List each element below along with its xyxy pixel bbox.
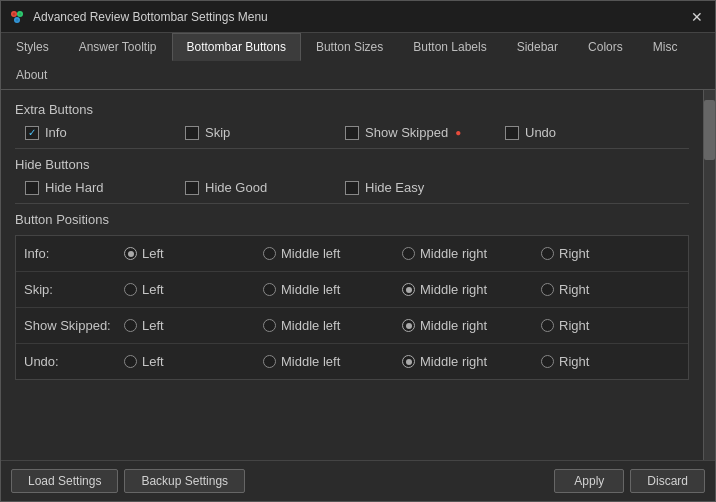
- discard-button[interactable]: Discard: [630, 469, 705, 493]
- main-panel: Extra Buttons Info Skip Show Skipped●: [1, 90, 703, 460]
- radio-skip-middle-left[interactable]: Middle left: [263, 282, 402, 297]
- required-dot: ●: [455, 127, 461, 138]
- window-title: Advanced Review Bottombar Settings Menu: [33, 10, 687, 24]
- extra-buttons-title: Extra Buttons: [15, 102, 689, 117]
- app-icon: [9, 9, 25, 25]
- radio-label-show-skipped-middle-left: Middle left: [281, 318, 340, 333]
- radio-circle-show-skipped-left[interactable]: [124, 319, 137, 332]
- radio-show-skipped-right[interactable]: Right: [541, 318, 680, 333]
- radio-label-skip-middle-left: Middle left: [281, 282, 340, 297]
- checkbox-hide-good[interactable]: Hide Good: [185, 180, 305, 195]
- radio-label-show-skipped-middle-right: Middle right: [420, 318, 487, 333]
- tab-button-labels[interactable]: Button Labels: [398, 33, 501, 61]
- close-button[interactable]: ✕: [687, 7, 707, 27]
- checkbox-show-skipped-label: Show Skipped: [365, 125, 448, 140]
- radio-circle-info-middle-left[interactable]: [263, 247, 276, 260]
- radio-circle-skip-left[interactable]: [124, 283, 137, 296]
- radio-skip-right[interactable]: Right: [541, 282, 680, 297]
- radio-options-undo: Left Middle left Middle right: [124, 354, 680, 369]
- radio-circle-skip-middle-right[interactable]: [402, 283, 415, 296]
- radio-circle-undo-left[interactable]: [124, 355, 137, 368]
- radio-info-middle-left[interactable]: Middle left: [263, 246, 402, 261]
- radio-label-info-right: Right: [559, 246, 589, 261]
- tab-button-sizes[interactable]: Button Sizes: [301, 33, 398, 61]
- checkbox-hide-easy-box[interactable]: [345, 181, 359, 195]
- radio-circle-skip-middle-left[interactable]: [263, 283, 276, 296]
- radio-show-skipped-left[interactable]: Left: [124, 318, 263, 333]
- footer: Load Settings Backup Settings Apply Disc…: [1, 460, 715, 501]
- tab-misc[interactable]: Misc: [638, 33, 693, 61]
- checkbox-undo-box[interactable]: [505, 126, 519, 140]
- radio-info-left[interactable]: Left: [124, 246, 263, 261]
- checkbox-undo[interactable]: Undo: [505, 125, 625, 140]
- scrollbar-thumb[interactable]: [704, 100, 715, 160]
- scrollbar[interactable]: [703, 90, 715, 460]
- radio-label-skip-right: Right: [559, 282, 589, 297]
- checkbox-skip-label: Skip: [205, 125, 230, 140]
- divider-2: [15, 203, 689, 204]
- tab-colors[interactable]: Colors: [573, 33, 638, 61]
- checkbox-skip-box[interactable]: [185, 126, 199, 140]
- radio-circle-show-skipped-right[interactable]: [541, 319, 554, 332]
- hide-buttons-row: Hide Hard Hide Good Hide Easy: [15, 180, 689, 195]
- checkbox-show-skipped[interactable]: Show Skipped●: [345, 125, 465, 140]
- tab-styles[interactable]: Styles: [1, 33, 64, 61]
- checkbox-info-box[interactable]: [25, 126, 39, 140]
- svg-point-5: [16, 18, 19, 21]
- svg-point-3: [13, 12, 16, 15]
- content-area: Extra Buttons Info Skip Show Skipped●: [1, 90, 715, 460]
- radio-skip-middle-right[interactable]: Middle right: [402, 282, 541, 297]
- extra-buttons-section: Extra Buttons Info Skip Show Skipped●: [15, 102, 689, 140]
- radio-info-middle-right[interactable]: Middle right: [402, 246, 541, 261]
- titlebar: Advanced Review Bottombar Settings Menu …: [1, 1, 715, 33]
- checkbox-show-skipped-box[interactable]: [345, 126, 359, 140]
- load-settings-button[interactable]: Load Settings: [11, 469, 118, 493]
- radio-skip-left[interactable]: Left: [124, 282, 263, 297]
- checkbox-hide-easy[interactable]: Hide Easy: [345, 180, 465, 195]
- tab-answer-tooltip[interactable]: Answer Tooltip: [64, 33, 172, 61]
- apply-button[interactable]: Apply: [554, 469, 624, 493]
- radio-circle-undo-middle-left[interactable]: [263, 355, 276, 368]
- radio-undo-middle-left[interactable]: Middle left: [263, 354, 402, 369]
- tab-bottombar-buttons[interactable]: Bottombar Buttons: [172, 33, 301, 61]
- hide-buttons-title: Hide Buttons: [15, 157, 689, 172]
- radio-undo-left[interactable]: Left: [124, 354, 263, 369]
- radio-circle-info-right[interactable]: [541, 247, 554, 260]
- pos-row-info: Info: Left Middle left: [16, 236, 688, 272]
- checkbox-info[interactable]: Info: [25, 125, 145, 140]
- pos-label-skip: Skip:: [24, 282, 124, 297]
- radio-undo-middle-right[interactable]: Middle right: [402, 354, 541, 369]
- checkbox-hide-hard-label: Hide Hard: [45, 180, 104, 195]
- radio-options-info: Left Middle left Middle right: [124, 246, 680, 261]
- checkbox-undo-label: Undo: [525, 125, 556, 140]
- checkbox-info-label: Info: [45, 125, 67, 140]
- hide-buttons-section: Hide Buttons Hide Hard Hide Good Hide Ea…: [15, 157, 689, 195]
- tab-sidebar[interactable]: Sidebar: [502, 33, 573, 61]
- button-positions-title: Button Positions: [15, 212, 689, 227]
- tab-bar: Styles Answer Tooltip Bottombar Buttons …: [1, 33, 715, 90]
- checkbox-hide-hard[interactable]: Hide Hard: [25, 180, 145, 195]
- radio-label-skip-left: Left: [142, 282, 164, 297]
- svg-point-4: [19, 12, 22, 15]
- radio-show-skipped-middle-right[interactable]: Middle right: [402, 318, 541, 333]
- radio-circle-skip-right[interactable]: [541, 283, 554, 296]
- radio-label-undo-middle-left: Middle left: [281, 354, 340, 369]
- radio-circle-undo-middle-right[interactable]: [402, 355, 415, 368]
- radio-circle-show-skipped-middle-right[interactable]: [402, 319, 415, 332]
- positions-table: Info: Left Middle left: [15, 235, 689, 380]
- radio-info-right[interactable]: Right: [541, 246, 680, 261]
- radio-label-skip-middle-right: Middle right: [420, 282, 487, 297]
- checkbox-hide-hard-box[interactable]: [25, 181, 39, 195]
- checkbox-skip[interactable]: Skip: [185, 125, 305, 140]
- radio-undo-right[interactable]: Right: [541, 354, 680, 369]
- radio-show-skipped-middle-left[interactable]: Middle left: [263, 318, 402, 333]
- radio-circle-info-middle-right[interactable]: [402, 247, 415, 260]
- radio-circle-undo-right[interactable]: [541, 355, 554, 368]
- radio-label-undo-left: Left: [142, 354, 164, 369]
- tab-about[interactable]: About: [1, 61, 62, 89]
- radio-circle-info-left[interactable]: [124, 247, 137, 260]
- radio-label-undo-right: Right: [559, 354, 589, 369]
- backup-settings-button[interactable]: Backup Settings: [124, 469, 245, 493]
- radio-circle-show-skipped-middle-left[interactable]: [263, 319, 276, 332]
- checkbox-hide-good-box[interactable]: [185, 181, 199, 195]
